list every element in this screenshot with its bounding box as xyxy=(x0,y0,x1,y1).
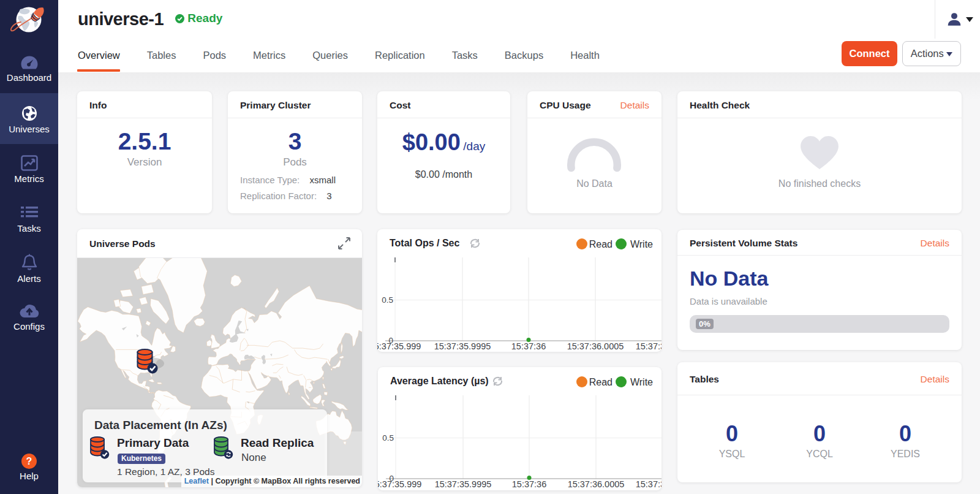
svg-text:15:37:36.001: 15:37:36.001 xyxy=(636,479,662,489)
svg-text:0.5: 0.5 xyxy=(382,433,394,443)
svg-text:0.5: 0.5 xyxy=(382,295,393,305)
svg-text:15:37:36.001: 15:37:36.001 xyxy=(636,341,662,351)
svg-text:15:37:36: 15:37:36 xyxy=(512,479,546,489)
svg-text:15:37:35.999: 15:37:35.999 xyxy=(377,341,421,351)
svg-text:15:37:36: 15:37:36 xyxy=(511,341,546,351)
svg-text:15:37:35.9995: 15:37:35.9995 xyxy=(435,479,492,489)
svg-text:15:37:36.0005: 15:37:36.0005 xyxy=(568,479,625,489)
svg-text:15:37:36.0005: 15:37:36.0005 xyxy=(567,341,624,351)
svg-text:15:37:35.9995: 15:37:35.9995 xyxy=(434,341,491,351)
svg-text:15:37:35.999: 15:37:35.999 xyxy=(378,479,421,489)
